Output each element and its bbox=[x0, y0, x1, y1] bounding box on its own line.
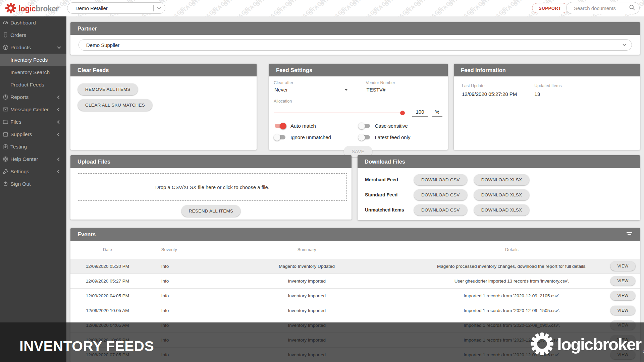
toggle-knob bbox=[358, 134, 365, 141]
chevron-left-icon bbox=[57, 157, 61, 161]
sidebar-item-testing[interactable]: Testing bbox=[0, 140, 66, 153]
upload-files-panel: Upload Files Drop a CSV/XLSX file here o… bbox=[70, 155, 352, 220]
file-dropzone[interactable]: Drop a CSV/XLSX file here or click to ch… bbox=[78, 173, 347, 201]
download-row-label: Unmatched Items bbox=[365, 207, 409, 213]
chevron-down-icon bbox=[623, 43, 626, 46]
toggle-latest-feed-only[interactable]: Latest feed only bbox=[358, 134, 443, 140]
envelope-icon bbox=[2, 106, 9, 113]
column-header-date: Date bbox=[70, 241, 145, 259]
search-box[interactable] bbox=[566, 2, 640, 14]
wrench-icon bbox=[2, 168, 9, 175]
chevron-left-icon bbox=[57, 95, 61, 99]
vendor-number-value: TESTV# bbox=[367, 87, 386, 93]
sidebar-item-sign-out[interactable]: Sign Out bbox=[0, 178, 66, 190]
toggle-label: Latest feed only bbox=[375, 134, 411, 140]
column-header-view bbox=[606, 241, 640, 259]
toggle-label: Case-sensitive bbox=[375, 123, 408, 129]
sidebar-item-products[interactable]: Products bbox=[0, 41, 66, 54]
sidebar-item-label: Orders bbox=[10, 32, 26, 38]
filter-icon[interactable] bbox=[626, 231, 633, 238]
table-row: 12/09/2020 10:05 AMInfoInventory Importe… bbox=[70, 303, 640, 318]
sidebar-item-help-center[interactable]: Help Center bbox=[0, 153, 66, 165]
footer-brand-text: logicbroker bbox=[557, 336, 641, 353]
vendor-number-label: Vendor Number bbox=[366, 80, 443, 85]
download-xlsx-button[interactable]: DOWNLOAD XLSX bbox=[474, 204, 530, 216]
view-button[interactable]: VIEW bbox=[610, 261, 635, 271]
view-button[interactable]: VIEW bbox=[610, 291, 635, 300]
select-divider bbox=[153, 5, 154, 11]
download-csv-button[interactable]: DOWNLOAD CSV bbox=[414, 189, 467, 200]
allocation-slider-knob[interactable] bbox=[400, 111, 405, 115]
sidebar-item-suppliers[interactable]: Suppliers bbox=[0, 128, 66, 140]
updated-items-value: 13 bbox=[534, 91, 561, 97]
feed-settings-panel: Feed Settings Clear after Never Vendor N… bbox=[269, 64, 448, 150]
download-csv-button[interactable]: DOWNLOAD CSV bbox=[414, 174, 467, 185]
event-details: Magento processed inventory changes, dow… bbox=[418, 259, 606, 274]
resend-all-items-button[interactable]: RESEND ALL ITEMS bbox=[181, 205, 241, 217]
download-xlsx-button[interactable]: DOWNLOAD XLSX bbox=[474, 174, 530, 185]
gauge-icon bbox=[2, 19, 9, 26]
table-row: 12/09/2020 04:05 PMInfoInventory Importe… bbox=[70, 288, 640, 303]
download-files-title: Download Files bbox=[365, 159, 405, 165]
logicbroker-logo[interactable]: logicbroker bbox=[5, 3, 59, 15]
clear-feeds-title: Clear Feeds bbox=[77, 67, 109, 73]
allocation-value[interactable]: 100 bbox=[412, 109, 428, 117]
sidebar-item-inventory-feeds[interactable]: Inventory Feeds bbox=[0, 54, 66, 66]
event-severity: Info bbox=[145, 259, 196, 274]
clear-after-label: Clear after bbox=[274, 80, 351, 85]
sidebar-item-label: Help Center bbox=[10, 156, 38, 162]
partner-select[interactable]: Demo Supplier bbox=[78, 39, 632, 51]
view-button[interactable]: VIEW bbox=[610, 276, 635, 286]
registered-mark: ® bbox=[643, 349, 644, 354]
toggle-ignore-unmatched[interactable]: Ignore unmatched bbox=[274, 134, 358, 140]
toggle-switch[interactable] bbox=[359, 124, 370, 128]
download-row: Unmatched ItemsDOWNLOAD CSVDOWNLOAD XLSX bbox=[365, 204, 640, 216]
sidebar-item-label: Sign Out bbox=[10, 181, 31, 187]
box-icon bbox=[2, 44, 9, 51]
toggle-switch[interactable] bbox=[275, 135, 285, 139]
sidebar-item-orders[interactable]: Orders bbox=[0, 29, 66, 41]
sidebar-item-files[interactable]: Files bbox=[0, 116, 66, 128]
toggle-label: Auto match bbox=[290, 123, 316, 129]
sidebar: DashboardOrdersProductsInventory FeedsIn… bbox=[0, 16, 66, 362]
event-date: 12/09/2020 10:05 AM bbox=[70, 303, 145, 318]
event-details: User gheudorfer imported 13 records from… bbox=[418, 274, 606, 288]
retailer-select[interactable]: Demo Retailer bbox=[67, 2, 165, 14]
vendor-number-field[interactable]: TESTV# bbox=[366, 85, 443, 95]
clear-all-sku-matches-button[interactable]: CLEAR ALL SKU MATCHES bbox=[78, 99, 152, 111]
download-csv-button[interactable]: DOWNLOAD CSV bbox=[414, 204, 467, 216]
view-button[interactable]: VIEW bbox=[610, 306, 635, 315]
partner-panel: Partner Demo Supplier bbox=[70, 22, 640, 55]
remove-all-items-button[interactable]: REMOVE ALL ITEMS bbox=[78, 83, 138, 95]
clear-feeds-header: Clear Feeds bbox=[70, 64, 257, 76]
search-input[interactable] bbox=[574, 5, 626, 11]
download-xlsx-button[interactable]: DOWNLOAD XLSX bbox=[474, 189, 530, 200]
clear-after-select[interactable]: Never bbox=[274, 85, 351, 95]
sidebar-item-inventory-search[interactable]: Inventory Search bbox=[0, 66, 66, 78]
sidebar-item-message-center[interactable]: Message Center bbox=[0, 103, 66, 116]
event-view-cell: VIEW bbox=[606, 259, 640, 274]
page-title: INVENTORY FEEDS bbox=[19, 338, 154, 354]
sidebar-item-settings[interactable]: Settings bbox=[0, 165, 66, 178]
toggle-case-sensitive[interactable]: Case-sensitive bbox=[358, 123, 443, 129]
partner-panel-header: Partner bbox=[70, 22, 640, 35]
toggle-switch[interactable] bbox=[359, 135, 370, 139]
feed-information-title: Feed Information bbox=[461, 67, 506, 73]
chevron-down-icon bbox=[57, 45, 61, 49]
sidebar-item-reports[interactable]: Reports bbox=[0, 91, 66, 103]
sidebar-item-product-feeds[interactable]: Product Feeds bbox=[0, 78, 66, 91]
toggle-switch[interactable] bbox=[275, 124, 285, 128]
support-button[interactable]: SUPPORT bbox=[532, 3, 568, 13]
event-view-cell: VIEW bbox=[606, 274, 640, 288]
toggle-auto-match[interactable]: Auto match bbox=[274, 123, 358, 129]
allocation-slider[interactable] bbox=[274, 113, 405, 113]
sidebar-item-label: Testing bbox=[10, 144, 27, 150]
sidebar-item-label: Files bbox=[10, 119, 21, 125]
sidebar-item-dashboard[interactable]: Dashboard bbox=[0, 16, 66, 29]
pie-icon bbox=[2, 94, 9, 100]
search-icon[interactable] bbox=[629, 4, 635, 12]
last-update-label: Last Update bbox=[462, 83, 517, 88]
allocation-unit: % bbox=[432, 109, 442, 117]
event-severity: Info bbox=[145, 288, 196, 303]
table-row: 12/09/2020 05:30 PMInfoMagento Inventory… bbox=[70, 259, 640, 274]
